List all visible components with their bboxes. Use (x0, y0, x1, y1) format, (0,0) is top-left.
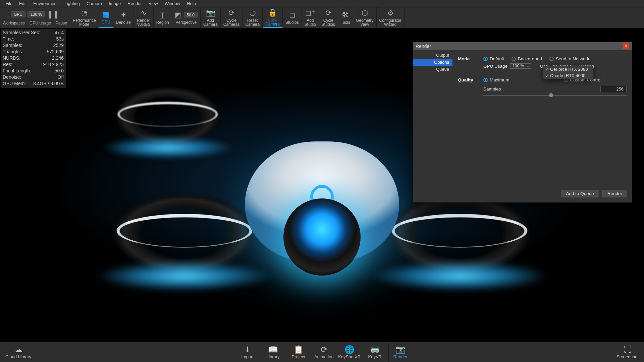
keyshotxr-button[interactable]: 🌐KeyShotXR (337, 343, 362, 362)
sparkle-icon: ✦ (120, 11, 126, 19)
quality-label: Quality (458, 77, 483, 82)
menubar: File Edit Environment Lighting Camera Im… (0, 0, 644, 7)
lock-camera-button[interactable]: 🔒 Lock Camera (263, 7, 283, 28)
studio-plus-icon: ◻⁺ (305, 9, 315, 17)
studios-button[interactable]: ◻ Studios (283, 7, 302, 28)
close-icon[interactable]: × (623, 43, 629, 49)
dialog-options-panel: Mode Default Background Send to Network … (452, 50, 632, 186)
perspective-button[interactable]: ◩50.0 Perspective (172, 7, 201, 28)
configurator-wizard-button[interactable]: ⚙ Configurator Wizard (377, 7, 405, 28)
gpu-mode-button[interactable]: GPU (11, 11, 25, 17)
mode-label: Mode (458, 56, 483, 61)
gauge-icon: ◔ (81, 9, 88, 17)
samples-label: Samples (483, 86, 503, 92)
mode-background-radio[interactable]: Background (512, 56, 542, 61)
mode-default-radio[interactable]: Default (483, 56, 504, 61)
library-button[interactable]: 📖Library (261, 343, 285, 362)
use-realtime-checkbox[interactable] (534, 64, 538, 68)
dialog-title: Render (416, 44, 431, 49)
gpu-device-dropdown: ✓GeForce RTX 2080 ✓Quadro RTX 4000 (543, 66, 593, 79)
render-button[interactable]: Render (602, 190, 627, 197)
tab-queue[interactable]: Queue (413, 66, 452, 73)
mode-send-network-radio[interactable]: Send to Network (549, 56, 589, 61)
studio-icon: ◻ (289, 11, 295, 19)
top-toolbar: GPU 100 % ❚❚ Workspaces GPU Usage Pause … (0, 7, 644, 28)
cycle-studio-icon: ⟳ (325, 9, 331, 17)
cycle-icon: ⟳ (228, 9, 234, 17)
performance-mode-button[interactable]: ◔ Performance Mode (70, 7, 99, 28)
tools-button[interactable]: 🛠 Tools (338, 7, 353, 28)
play-cycle-icon: ⟳ (321, 345, 327, 354)
tab-output[interactable]: Output (413, 52, 452, 59)
bottom-toolbar: ☁ Cloud Library ⤓Import 📖Library 📋Projec… (0, 342, 644, 362)
render-bottom-button[interactable]: 📷Render (388, 343, 413, 362)
tab-options[interactable]: Options (413, 59, 452, 66)
focus-icon: ⛶ (624, 345, 632, 354)
render-nurbs-button[interactable]: ∿ Render NURBS (134, 7, 154, 28)
cycle-cameras-button[interactable]: ⟳ Cycle Cameras (221, 7, 243, 28)
focal-length-value[interactable]: 50.0 (184, 12, 198, 18)
workspaces-cell[interactable]: GPU 100 % ❚❚ Workspaces GPU Usage Pause (0, 7, 70, 28)
gpu-usage-label: GPU Usage (30, 21, 51, 25)
menu-environment[interactable]: Environment (30, 0, 61, 7)
gpu-option-0[interactable]: ✓GeForce RTX 2080 (543, 66, 593, 72)
menu-camera[interactable]: Camera (83, 0, 105, 7)
dialog-titlebar[interactable]: Render × (413, 42, 632, 50)
curve-icon: ∿ (141, 9, 147, 17)
cloud-icon: ☁ (14, 345, 22, 354)
headset-icon: 🥽 (370, 345, 380, 354)
vr-icon: 🌐 (344, 345, 355, 354)
book-icon: 📖 (268, 345, 278, 354)
samples-input[interactable]: 256 (600, 86, 627, 92)
menu-help[interactable]: Help (183, 0, 199, 7)
geometry-view-button[interactable]: ⬡ Geometry View (353, 7, 377, 28)
gpu-usage-value-button[interactable]: 100 % (28, 11, 45, 17)
menu-edit[interactable]: Edit (16, 0, 30, 7)
gpu-option-1[interactable]: ✓Quadro RTX 4000 (543, 72, 593, 79)
render-stats-hud: Samples Per Sec:47.4 Time:53s Samples:25… (1, 29, 66, 88)
gpu-toggle-button[interactable]: ▦ GPU (99, 7, 113, 28)
add-to-queue-button[interactable]: Add to Queue (561, 190, 599, 197)
wrench-icon: 🛠 (342, 11, 349, 19)
menu-image[interactable]: Image (105, 0, 124, 7)
reset-camera-button[interactable]: ⭯ Reset Camera (243, 7, 263, 28)
menu-view[interactable]: View (145, 0, 161, 7)
cloud-library-button[interactable]: ☁ Cloud Library (0, 345, 37, 359)
clipboard-icon: 📋 (293, 345, 304, 354)
render-dialog: Render × Output Options Queue Mode Defau… (413, 42, 632, 203)
add-studio-button[interactable]: ◻⁺ Add Studio (302, 7, 319, 28)
animation-button[interactable]: ⟳Animation (312, 343, 336, 362)
quality-maximum-radio[interactable]: Maximum (483, 77, 509, 82)
wizard-icon: ⚙ (387, 9, 394, 17)
pause-icon[interactable]: ❚❚ (47, 10, 59, 19)
screenshot-button[interactable]: ⛶ Screenshot (611, 345, 644, 359)
menu-file[interactable]: File (2, 0, 16, 7)
gpu-usage-select[interactable]: 100 % (510, 63, 531, 69)
cube-icon: ⬡ (362, 9, 368, 17)
perspective-icon: ◩ (175, 11, 182, 19)
lock-icon: 🔒 (268, 8, 277, 17)
render-icon: 📷 (395, 345, 406, 354)
denoise-button[interactable]: ✦ Denoise (113, 7, 134, 28)
pause-label: Pause (56, 21, 67, 25)
samples-slider[interactable] (483, 95, 627, 96)
reset-icon: ⭯ (249, 9, 256, 17)
chip-icon: ▦ (102, 10, 109, 19)
drone-logo-icon (310, 185, 334, 208)
menu-render[interactable]: Render (124, 0, 145, 7)
import-icon: ⤓ (244, 345, 251, 354)
cycle-studios-button[interactable]: ⟳ Cycle Studios (319, 7, 338, 28)
project-button[interactable]: 📋Project (286, 343, 311, 362)
import-button[interactable]: ⤓Import (235, 343, 260, 362)
crop-icon: ◫ (159, 11, 166, 19)
gpu-usage-sub-label: GPU Usage (483, 64, 507, 69)
workspaces-label: Workspaces (3, 21, 25, 25)
add-camera-button[interactable]: 📷 Add Camera (201, 7, 221, 28)
menu-window[interactable]: Window (161, 0, 183, 7)
region-button[interactable]: ◫ Region (154, 7, 172, 28)
dialog-tabs: Output Options Queue (413, 50, 452, 186)
menu-lighting[interactable]: Lighting (61, 0, 83, 7)
keyvr-button[interactable]: 🥽KeyVR (363, 343, 387, 362)
camera-plus-icon: 📷 (206, 9, 215, 17)
